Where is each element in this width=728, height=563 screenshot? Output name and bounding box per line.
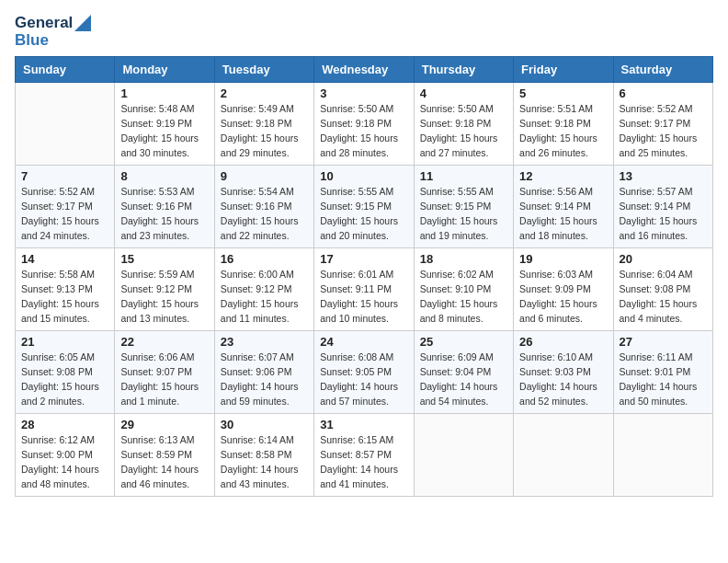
day-cell: 4Sunrise: 5:50 AMSunset: 9:18 PMDaylight… bbox=[414, 83, 513, 166]
day-info: Sunrise: 5:50 AMSunset: 9:18 PMDaylight:… bbox=[320, 102, 407, 160]
day-cell: 11Sunrise: 5:55 AMSunset: 9:15 PMDayligh… bbox=[414, 166, 513, 248]
day-cell: 3Sunrise: 5:50 AMSunset: 9:18 PMDaylight… bbox=[314, 83, 414, 166]
day-cell: 13Sunrise: 5:57 AMSunset: 9:14 PMDayligh… bbox=[613, 166, 712, 248]
day-number: 4 bbox=[420, 86, 507, 100]
day-cell: 23Sunrise: 6:07 AMSunset: 9:06 PMDayligh… bbox=[214, 331, 313, 414]
day-number: 29 bbox=[120, 418, 208, 431]
day-info: Sunrise: 6:00 AMSunset: 9:12 PMDaylight:… bbox=[221, 268, 308, 326]
day-number: 19 bbox=[519, 252, 607, 266]
week-row-4: 21Sunrise: 6:05 AMSunset: 9:08 PMDayligh… bbox=[16, 331, 713, 414]
day-cell: 31Sunrise: 6:15 AMSunset: 8:57 PMDayligh… bbox=[314, 414, 414, 497]
week-row-1: 1Sunrise: 5:48 AMSunset: 9:19 PMDaylight… bbox=[16, 83, 713, 166]
day-info: Sunrise: 5:55 AMSunset: 9:15 PMDaylight:… bbox=[320, 185, 407, 243]
day-info: Sunrise: 6:01 AMSunset: 9:11 PMDaylight:… bbox=[320, 268, 407, 326]
day-number: 3 bbox=[320, 86, 407, 100]
logo-triangle-icon bbox=[74, 15, 91, 31]
day-cell: 9Sunrise: 5:54 AMSunset: 9:16 PMDaylight… bbox=[214, 166, 313, 248]
day-info: Sunrise: 6:06 AMSunset: 9:07 PMDaylight:… bbox=[120, 350, 208, 408]
day-info: Sunrise: 5:58 AMSunset: 9:13 PMDaylight:… bbox=[21, 268, 108, 326]
day-number: 31 bbox=[320, 418, 407, 431]
day-cell: 30Sunrise: 6:14 AMSunset: 8:58 PMDayligh… bbox=[214, 414, 313, 497]
day-info: Sunrise: 5:52 AMSunset: 9:17 PMDaylight:… bbox=[21, 185, 108, 243]
calendar-table: SundayMondayTuesdayWednesdayThursdayFrid… bbox=[15, 56, 713, 497]
svg-marker-0 bbox=[74, 15, 91, 31]
day-info: Sunrise: 6:10 AMSunset: 9:03 PMDaylight:… bbox=[519, 350, 607, 408]
day-info: Sunrise: 5:51 AMSunset: 9:18 PMDaylight:… bbox=[519, 102, 607, 160]
day-number: 14 bbox=[21, 252, 108, 266]
day-info: Sunrise: 5:55 AMSunset: 9:15 PMDaylight:… bbox=[420, 185, 507, 243]
weekday-header-wednesday: Wednesday bbox=[314, 57, 414, 83]
day-cell: 5Sunrise: 5:51 AMSunset: 9:18 PMDaylight… bbox=[514, 83, 613, 166]
day-info: Sunrise: 6:13 AMSunset: 8:59 PMDaylight:… bbox=[120, 433, 208, 491]
week-row-5: 28Sunrise: 6:12 AMSunset: 9:00 PMDayligh… bbox=[16, 414, 713, 497]
day-number: 8 bbox=[120, 169, 208, 183]
day-number: 9 bbox=[221, 169, 308, 183]
day-number: 16 bbox=[221, 252, 308, 266]
day-number: 25 bbox=[420, 335, 507, 349]
weekday-header-saturday: Saturday bbox=[613, 57, 712, 83]
day-number: 28 bbox=[21, 418, 108, 431]
day-number: 7 bbox=[21, 169, 108, 183]
day-info: Sunrise: 5:59 AMSunset: 9:12 PMDaylight:… bbox=[120, 268, 208, 326]
day-number: 30 bbox=[221, 418, 308, 431]
day-info: Sunrise: 5:53 AMSunset: 9:16 PMDaylight:… bbox=[120, 185, 208, 243]
day-cell: 15Sunrise: 5:59 AMSunset: 9:12 PMDayligh… bbox=[115, 248, 214, 331]
day-number: 21 bbox=[21, 335, 108, 349]
day-number: 2 bbox=[221, 86, 308, 100]
day-info: Sunrise: 6:04 AMSunset: 9:08 PMDaylight:… bbox=[620, 268, 707, 326]
day-number: 5 bbox=[519, 86, 607, 100]
weekday-header-sunday: Sunday bbox=[16, 57, 115, 83]
day-cell: 1Sunrise: 5:48 AMSunset: 9:19 PMDaylight… bbox=[115, 83, 214, 166]
logo: General Blue bbox=[15, 15, 91, 49]
day-info: Sunrise: 6:15 AMSunset: 8:57 PMDaylight:… bbox=[320, 433, 407, 491]
day-info: Sunrise: 5:56 AMSunset: 9:14 PMDaylight:… bbox=[519, 185, 607, 243]
day-cell: 22Sunrise: 6:06 AMSunset: 9:07 PMDayligh… bbox=[115, 331, 214, 414]
day-info: Sunrise: 5:48 AMSunset: 9:19 PMDaylight:… bbox=[120, 102, 208, 160]
day-cell: 7Sunrise: 5:52 AMSunset: 9:17 PMDaylight… bbox=[16, 166, 115, 248]
day-cell: 16Sunrise: 6:00 AMSunset: 9:12 PMDayligh… bbox=[214, 248, 313, 331]
day-info: Sunrise: 5:50 AMSunset: 9:18 PMDaylight:… bbox=[420, 102, 507, 160]
day-number: 22 bbox=[120, 335, 208, 349]
day-cell: 2Sunrise: 5:49 AMSunset: 9:18 PMDaylight… bbox=[214, 83, 313, 166]
day-cell bbox=[16, 83, 115, 166]
weekday-header-monday: Monday bbox=[115, 57, 214, 83]
day-cell: 10Sunrise: 5:55 AMSunset: 9:15 PMDayligh… bbox=[314, 166, 414, 248]
day-cell: 27Sunrise: 6:11 AMSunset: 9:01 PMDayligh… bbox=[613, 331, 712, 414]
day-cell: 18Sunrise: 6:02 AMSunset: 9:10 PMDayligh… bbox=[414, 248, 513, 331]
week-row-3: 14Sunrise: 5:58 AMSunset: 9:13 PMDayligh… bbox=[16, 248, 713, 331]
day-number: 24 bbox=[320, 335, 407, 349]
day-info: Sunrise: 6:08 AMSunset: 9:05 PMDaylight:… bbox=[320, 350, 407, 408]
day-number: 20 bbox=[620, 252, 707, 266]
weekday-header-row: SundayMondayTuesdayWednesdayThursdayFrid… bbox=[16, 57, 713, 83]
day-cell: 26Sunrise: 6:10 AMSunset: 9:03 PMDayligh… bbox=[514, 331, 613, 414]
day-info: Sunrise: 6:12 AMSunset: 9:00 PMDaylight:… bbox=[21, 433, 108, 491]
day-number: 6 bbox=[620, 86, 707, 100]
day-number: 11 bbox=[420, 169, 507, 183]
day-number: 26 bbox=[519, 335, 607, 349]
day-cell: 8Sunrise: 5:53 AMSunset: 9:16 PMDaylight… bbox=[115, 166, 214, 248]
day-number: 12 bbox=[519, 169, 607, 183]
day-cell: 12Sunrise: 5:56 AMSunset: 9:14 PMDayligh… bbox=[514, 166, 613, 248]
day-info: Sunrise: 6:02 AMSunset: 9:10 PMDaylight:… bbox=[420, 268, 507, 326]
day-number: 15 bbox=[120, 252, 208, 266]
weekday-header-friday: Friday bbox=[514, 57, 613, 83]
day-info: Sunrise: 5:57 AMSunset: 9:14 PMDaylight:… bbox=[620, 185, 707, 243]
day-number: 17 bbox=[320, 252, 407, 266]
week-row-2: 7Sunrise: 5:52 AMSunset: 9:17 PMDaylight… bbox=[16, 166, 713, 248]
day-cell: 28Sunrise: 6:12 AMSunset: 9:00 PMDayligh… bbox=[16, 414, 115, 497]
day-cell: 14Sunrise: 5:58 AMSunset: 9:13 PMDayligh… bbox=[16, 248, 115, 331]
day-info: Sunrise: 6:11 AMSunset: 9:01 PMDaylight:… bbox=[620, 350, 707, 408]
weekday-header-thursday: Thursday bbox=[414, 57, 513, 83]
page-header: General Blue bbox=[15, 15, 713, 49]
day-number: 10 bbox=[320, 169, 407, 183]
day-cell: 24Sunrise: 6:08 AMSunset: 9:05 PMDayligh… bbox=[314, 331, 414, 414]
day-cell bbox=[613, 414, 712, 497]
day-info: Sunrise: 5:49 AMSunset: 9:18 PMDaylight:… bbox=[221, 102, 308, 160]
day-cell: 25Sunrise: 6:09 AMSunset: 9:04 PMDayligh… bbox=[414, 331, 513, 414]
day-cell: 20Sunrise: 6:04 AMSunset: 9:08 PMDayligh… bbox=[613, 248, 712, 331]
day-info: Sunrise: 6:14 AMSunset: 8:58 PMDaylight:… bbox=[221, 433, 308, 491]
day-cell bbox=[414, 414, 513, 497]
day-cell: 19Sunrise: 6:03 AMSunset: 9:09 PMDayligh… bbox=[514, 248, 613, 331]
day-cell: 6Sunrise: 5:52 AMSunset: 9:17 PMDaylight… bbox=[613, 83, 712, 166]
day-cell: 21Sunrise: 6:05 AMSunset: 9:08 PMDayligh… bbox=[16, 331, 115, 414]
